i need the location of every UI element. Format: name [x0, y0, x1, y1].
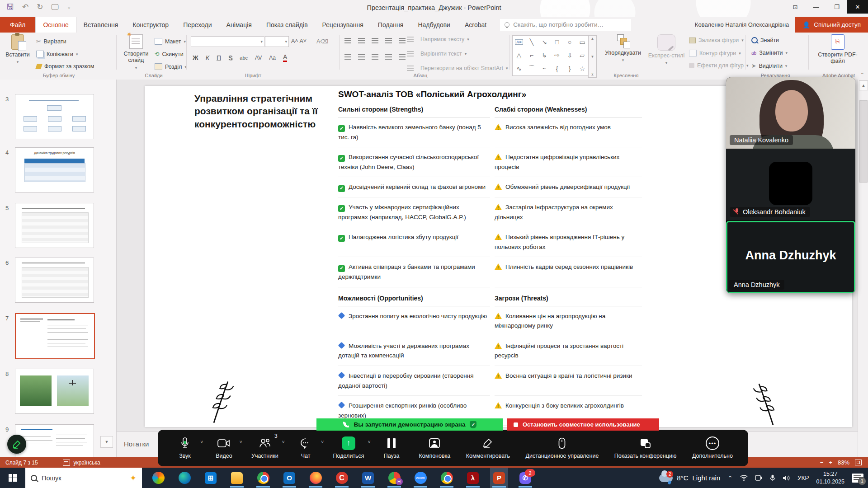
- triangle-shape-icon[interactable]: △: [517, 52, 522, 59]
- indent-icon[interactable]: [385, 38, 392, 43]
- arrow-shape-icon[interactable]: ↘: [542, 38, 547, 46]
- format-painter-button[interactable]: Формат за зразком: [36, 63, 94, 70]
- audio-button[interactable]: ˅ Звук: [173, 437, 197, 459]
- change-case-button[interactable]: Aa: [269, 55, 276, 61]
- paste-button[interactable]: Вставити▾: [4, 34, 32, 65]
- curve-shape-icon[interactable]: ~: [542, 65, 546, 72]
- slide-thumbnail-9[interactable]: [15, 424, 94, 457]
- slide-thumbnail-7-selected[interactable]: [15, 313, 95, 359]
- taskbar-chrome-h-icon[interactable]: H: [385, 468, 403, 488]
- font-name-select[interactable]: ▾: [191, 36, 264, 47]
- quick-styles-button[interactable]: Експрес-стилі▾: [647, 34, 685, 66]
- tab-review[interactable]: Рецензування: [315, 17, 371, 33]
- tab-addins[interactable]: Надбудови: [410, 17, 458, 33]
- shape-outline-button[interactable]: Контур фігури▾: [689, 50, 741, 56]
- shape-effects-button[interactable]: Ефекти для фігур▾: [689, 62, 748, 69]
- active-speaker-tile[interactable]: Anna Dzhuzhyk Anna Dzhuzhyk: [726, 221, 855, 293]
- taskbar-zoom-icon[interactable]: zoom: [411, 468, 429, 488]
- tab-home[interactable]: Основне: [35, 17, 76, 33]
- proofing-icon[interactable]: [63, 460, 70, 466]
- taskbar-red-c-app-icon[interactable]: C: [333, 468, 351, 488]
- taskbar-outlook-icon[interactable]: O: [280, 468, 298, 488]
- line-shape-icon[interactable]: ╲: [530, 38, 533, 46]
- outdent-icon[interactable]: [372, 38, 378, 43]
- audio-options-chevron-icon[interactable]: ˅: [200, 440, 203, 445]
- create-pdf-button[interactable]: ⎘ Створити PDF-файл: [817, 34, 858, 65]
- speaker-icon[interactable]: [783, 475, 790, 481]
- pause-share-button[interactable]: Пауза: [380, 437, 403, 459]
- tray-chevron-icon[interactable]: ⌃: [727, 474, 733, 482]
- find-button[interactable]: Знайти: [751, 37, 779, 43]
- right-arrow-shape-icon[interactable]: ⇨: [554, 52, 560, 59]
- video-options-chevron-icon[interactable]: ˅: [240, 440, 242, 445]
- taskbar-weather[interactable]: 2 8°C Light rain: [659, 474, 720, 482]
- columns-icon[interactable]: [399, 54, 406, 60]
- more-button[interactable]: ••• Дополнительно: [692, 437, 733, 459]
- taskbar-edge-icon[interactable]: [175, 468, 193, 488]
- layout-button-zoom[interactable]: Компоновка: [419, 437, 451, 459]
- slide-thumbnail-4[interactable]: Динаміка трудових ресурсів: [15, 147, 94, 192]
- shape-fill-button[interactable]: Заливка фігури▾: [689, 37, 744, 43]
- tray-clock[interactable]: 15:27 01.10.2025: [816, 470, 844, 486]
- section-button[interactable]: Розділ▾: [155, 63, 187, 70]
- select-button[interactable]: ➤Виділити▾: [751, 62, 787, 69]
- copy-button[interactable]: Копіювати▾: [36, 51, 78, 57]
- rect-shape-icon[interactable]: □: [555, 38, 559, 46]
- language-indicator[interactable]: українська: [74, 460, 100, 466]
- tab-design[interactable]: Конструктор: [125, 17, 176, 33]
- taskbar-copilot-icon[interactable]: [149, 468, 167, 488]
- annotation-pencil-button[interactable]: [7, 435, 26, 454]
- minimize-button[interactable]: —: [806, 0, 826, 14]
- share-chevron-icon[interactable]: ˅: [368, 440, 371, 445]
- left-brace-shape-icon[interactable]: {: [556, 65, 558, 72]
- account-name[interactable]: Коваленко Наталія Олександрівна: [695, 21, 796, 28]
- font-size-select[interactable]: ▾: [265, 36, 289, 47]
- right-brace-shape-icon[interactable]: }: [569, 65, 571, 72]
- align-text-button[interactable]: Вирівняти текст▾: [407, 51, 467, 57]
- taskbar-search[interactable]: Пошук ✦: [25, 468, 142, 488]
- taskbar-powerpoint-icon[interactable]: P: [490, 468, 508, 488]
- share-screen-button[interactable]: ˅ ↑ Поделиться: [333, 437, 364, 459]
- numbering-icon[interactable]: [358, 38, 365, 43]
- shield-check-icon[interactable]: ✓: [470, 421, 476, 428]
- taskbar-chrome-icon[interactable]: [254, 468, 272, 488]
- taskbar-firefox-icon[interactable]: [307, 468, 325, 488]
- elbow-shape-icon[interactable]: ⌐: [530, 52, 533, 59]
- arc-shape-icon[interactable]: ⌒: [528, 65, 535, 73]
- underline-button[interactable]: П: [217, 54, 221, 61]
- video-button[interactable]: ˅ Видео: [212, 437, 236, 459]
- taskbar-viber-icon[interactable]: ✆2: [516, 468, 534, 488]
- start-button[interactable]: [0, 468, 25, 488]
- shadow-button[interactable]: S: [228, 54, 232, 61]
- close-button[interactable]: ✕: [847, 0, 868, 14]
- remote-control-button[interactable]: Дистанционное управление: [526, 437, 599, 459]
- new-slide-button[interactable]: Створити слайд▾: [120, 34, 152, 70]
- participants-button[interactable]: 3 ˅ Участники: [251, 437, 278, 459]
- ribbon-display-options-button[interactable]: ⊡: [785, 0, 806, 14]
- participant-video-tile[interactable]: Nataliia Kovalenko: [726, 77, 855, 149]
- taskbar-store-icon[interactable]: ⊞: [202, 468, 220, 488]
- chat-button[interactable]: ˅ Чат: [294, 437, 317, 459]
- tray-mic-icon[interactable]: [770, 474, 775, 481]
- cut-button[interactable]: ✂Вирізати: [36, 38, 66, 45]
- justify-icon[interactable]: [385, 54, 392, 60]
- replace-button[interactable]: abЗамінити▾: [751, 50, 788, 56]
- fit-slide-icon[interactable]: [855, 460, 862, 465]
- scroll-up-icon[interactable]: ▲: [859, 80, 868, 90]
- callout-shape-icon[interactable]: ▱: [580, 52, 585, 59]
- strikethrough-button[interactable]: abc: [240, 55, 248, 61]
- shapes-gallery-scroll[interactable]: ▲▼⊻: [588, 35, 597, 78]
- taskbar-word-icon[interactable]: W: [359, 468, 377, 488]
- scribble-shape-icon[interactable]: ∿: [516, 65, 522, 72]
- collapse-ribbon-icon[interactable]: ⌃: [860, 72, 864, 78]
- zoom-out-button[interactable]: −: [820, 459, 824, 466]
- taskbar-chrome2-icon[interactable]: [438, 468, 456, 488]
- slide-thumbnail-6[interactable]: [15, 258, 94, 303]
- align-left-icon[interactable]: [344, 54, 351, 60]
- textbox-shape-icon[interactable]: A≡: [515, 39, 523, 45]
- tab-file[interactable]: Файл: [0, 17, 35, 33]
- roundrect-shape-icon[interactable]: ▭: [579, 38, 585, 46]
- tab-insert[interactable]: Вставлення: [76, 17, 126, 33]
- taskbar-acrobat-icon[interactable]: λ: [464, 468, 482, 488]
- chat-chevron-icon[interactable]: ˅: [321, 440, 324, 445]
